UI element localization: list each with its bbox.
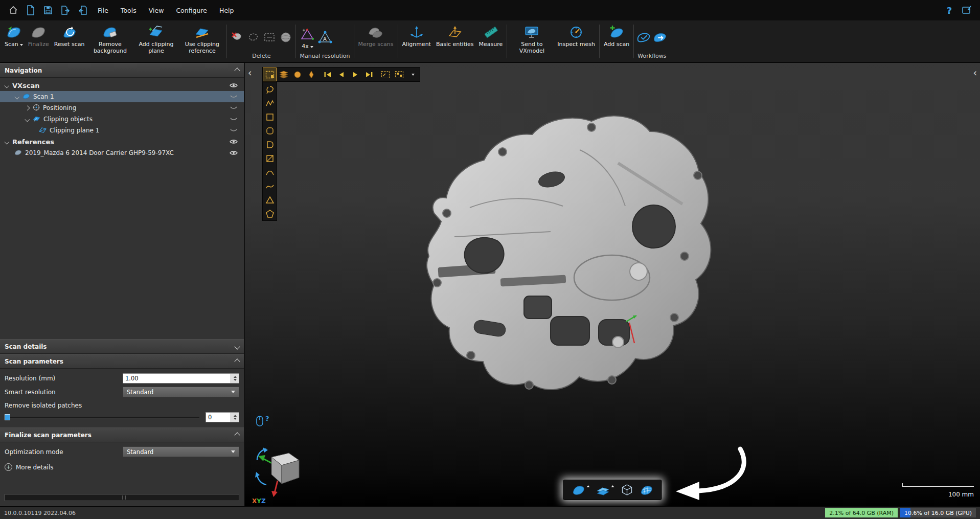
color-display-button[interactable]	[597, 484, 614, 496]
positioning-targets-button[interactable]	[290, 67, 304, 81]
merge-scans-button[interactable]: Merge scans	[356, 21, 396, 49]
remove-isolated-slider[interactable]	[5, 414, 199, 421]
go-last-frame-button[interactable]	[362, 67, 376, 81]
menu-up-caret[interactable]	[587, 484, 590, 487]
tree-item-vxscan[interactable]: VXscan	[0, 80, 244, 91]
go-first-frame-button[interactable]	[321, 67, 334, 81]
surfaces-layers-button[interactable]	[277, 67, 290, 81]
visibility-eye-icon[interactable]	[230, 82, 238, 88]
scan-button[interactable]: Scan	[2, 21, 26, 49]
spinner-buttons[interactable]	[231, 374, 239, 383]
menu-file[interactable]: File	[92, 0, 114, 20]
delete-sphere-button[interactable]	[278, 30, 293, 45]
visibility-closed-icon[interactable]	[230, 116, 238, 122]
resolution-dropdown-caret[interactable]	[310, 46, 313, 50]
scan-direction-button[interactable]	[304, 67, 318, 81]
scan-details-header[interactable]: Scan details	[0, 339, 244, 354]
curve-tool-spline[interactable]	[263, 179, 277, 193]
menu-up-caret[interactable]	[611, 484, 614, 487]
visibility-eye-icon[interactable]	[230, 139, 238, 145]
mouse-hint-icon[interactable]: ?	[255, 415, 269, 427]
visibility-closed-icon[interactable]	[230, 105, 238, 111]
polygon-selection-tool[interactable]	[263, 207, 277, 220]
resolution-input[interactable]: 1.00	[123, 373, 239, 383]
tree-item-references[interactable]: References	[0, 136, 244, 147]
measure-button[interactable]: Measure	[476, 21, 506, 49]
expand-chevron-icon[interactable]	[234, 344, 240, 349]
collapse-chevron-icon[interactable]	[234, 432, 240, 438]
menu-tools[interactable]: Tools	[115, 0, 142, 20]
reset-scan-button[interactable]: Reset scan	[52, 21, 87, 49]
add-scan-button[interactable]: Add scan	[601, 21, 632, 49]
surface-display-button[interactable]	[572, 484, 590, 496]
delete-selection-button[interactable]	[229, 30, 244, 45]
curve-tool-arc[interactable]	[263, 165, 277, 179]
optimization-mode-select[interactable]: Standard	[123, 446, 239, 457]
new-document-icon[interactable]	[22, 2, 39, 18]
help-icon[interactable]: ?	[941, 2, 958, 18]
workflow-model-button[interactable]	[652, 30, 668, 45]
plane-tool-split[interactable]	[263, 151, 277, 165]
next-frame-button[interactable]	[348, 67, 362, 81]
navigation-cube[interactable]: XYZ	[251, 440, 311, 505]
collapse-left-panel-icon[interactable]: ‹	[248, 68, 252, 78]
tree-item-reference-mesh[interactable]: 2019_Mazda 6 2014 Door Carrier GHP9-59-9…	[0, 147, 244, 159]
remove-isolated-input[interactable]: 0	[206, 412, 239, 422]
alignment-button[interactable]: Alignment	[400, 21, 434, 49]
visibility-eye-icon[interactable]	[230, 150, 238, 156]
triangle-selection-tool[interactable]	[263, 193, 277, 207]
smart-resolution-select[interactable]: Standard	[123, 387, 239, 397]
menu-help[interactable]: Help	[214, 0, 240, 20]
mesh-display-button[interactable]	[640, 484, 653, 496]
viewport-3d[interactable]: ‹ ‹	[245, 63, 980, 506]
collapse-right-panel-icon[interactable]: ‹	[973, 68, 977, 78]
export-session-icon[interactable]	[75, 2, 91, 18]
expand-caret-icon[interactable]	[25, 117, 29, 121]
expand-caret-icon[interactable]	[4, 83, 9, 87]
toolbar-dropdown-caret[interactable]	[406, 67, 420, 81]
delete-rectangle-button[interactable]	[262, 30, 277, 45]
visibility-closed-icon[interactable]	[230, 127, 238, 133]
rectangle-selection-tool[interactable]	[263, 67, 277, 81]
send-to-vxmodel-button[interactable]: Send to VXmodel	[509, 21, 555, 56]
tree-item-scan1[interactable]: Scan 1	[0, 91, 244, 102]
menu-configure[interactable]: Configure	[170, 0, 213, 20]
visibility-closed-icon[interactable]	[230, 94, 238, 100]
selection-mode-through-button[interactable]	[392, 67, 406, 81]
polyline-selection-tool[interactable]	[263, 96, 277, 110]
finalize-parameters-header[interactable]: Finalize scan parameters	[0, 427, 244, 442]
expand-caret-icon[interactable]	[14, 94, 19, 99]
use-clipping-reference-button[interactable]: Use clipping reference	[179, 21, 225, 56]
selection-mode-surface-button[interactable]	[378, 67, 392, 81]
navigation-header[interactable]: Navigation	[0, 63, 244, 78]
menu-view[interactable]: View	[143, 0, 170, 20]
collapse-chevron-icon[interactable]	[234, 358, 240, 364]
wireframe-display-button[interactable]	[621, 484, 633, 496]
expand-caret-icon[interactable]	[4, 139, 9, 144]
finalize-button[interactable]: Finalize	[26, 21, 52, 49]
spinner-buttons[interactable]	[231, 413, 239, 422]
more-details-toggle[interactable]: + More details	[0, 459, 244, 476]
workflow-scan-button[interactable]	[636, 30, 651, 45]
basic-entities-button[interactable]: Basic entities	[434, 21, 476, 49]
add-clipping-plane-button[interactable]: Add clipping plane	[133, 21, 179, 56]
scanned-part-model[interactable]	[398, 103, 715, 399]
tree-item-positioning[interactable]: Positioning	[0, 102, 244, 114]
collapse-chevron-icon[interactable]	[234, 67, 240, 73]
resolution-multiplier-button[interactable]: 4x	[298, 24, 317, 51]
previous-frame-button[interactable]	[334, 67, 348, 81]
tree-item-clipping-plane1[interactable]: Clipping plane 1	[0, 125, 244, 136]
scan-dropdown-caret[interactable]	[20, 44, 23, 48]
lasso-selection-tool[interactable]	[263, 82, 277, 96]
delete-freeform-button[interactable]	[245, 30, 261, 45]
import-session-icon[interactable]	[57, 2, 74, 18]
manual-resolution-target-button[interactable]: A	[317, 30, 333, 45]
slider-handle[interactable]	[5, 414, 10, 420]
plane-tool-rounded[interactable]	[263, 124, 277, 138]
save-icon[interactable]	[40, 2, 56, 18]
plane-tool-d-shape[interactable]	[263, 138, 277, 151]
remove-background-button[interactable]: Remove background	[87, 21, 133, 56]
inspect-mesh-button[interactable]: Inspect mesh	[555, 21, 598, 49]
tree-item-clipping-objects[interactable]: Clipping objects	[0, 114, 244, 125]
scan-parameters-header[interactable]: Scan parameters	[0, 354, 244, 369]
